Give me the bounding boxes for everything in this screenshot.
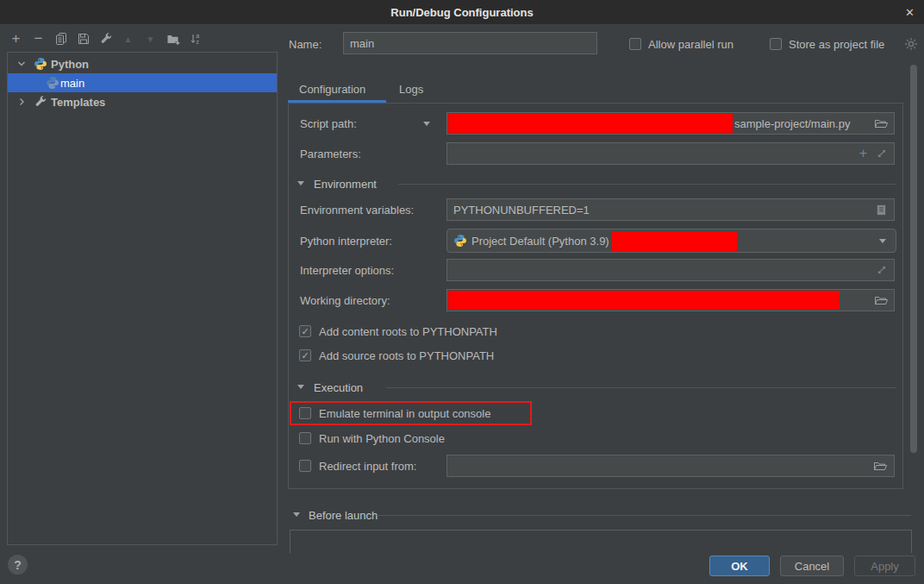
- script-path-type-dropdown-icon[interactable]: [423, 122, 430, 126]
- environment-section-collapse-icon[interactable]: [297, 181, 304, 185]
- add-content-roots-label[interactable]: Add content roots to PYTHONPATH: [319, 324, 497, 339]
- save-icon[interactable]: [76, 32, 91, 47]
- name-value: main: [350, 37, 374, 50]
- emulate-terminal-checkbox[interactable]: [299, 407, 311, 419]
- working-directory-input[interactable]: [446, 289, 895, 311]
- tree-item-python[interactable]: Python: [8, 54, 277, 73]
- allow-parallel-run-checkbox[interactable]: [629, 38, 641, 50]
- python-interpreter-value: Project Default (Python 3.9): [471, 235, 609, 248]
- script-path-input[interactable]: sample-project/main.py: [446, 112, 895, 135]
- copy-icon[interactable]: [53, 32, 68, 47]
- before-launch-label[interactable]: Before launch: [309, 508, 378, 523]
- configurations-toolbar: + − ▲ ▼ az: [9, 30, 203, 47]
- tree-item-templates[interactable]: Templates: [8, 92, 277, 111]
- dialog-title: Run/Debug Configurations: [390, 6, 533, 19]
- tab-logs[interactable]: Logs: [399, 83, 423, 100]
- wrench-icon: [34, 95, 47, 109]
- interpreter-options-input[interactable]: [446, 259, 895, 281]
- redaction-block: [448, 114, 733, 133]
- titlebar: Run/Debug Configurations: [0, 0, 924, 24]
- add-source-roots-checkbox[interactable]: ✓: [299, 349, 311, 361]
- vertical-scrollbar[interactable]: [910, 65, 917, 453]
- tab-configuration[interactable]: Configuration: [299, 83, 365, 100]
- execution-section-label[interactable]: Execution: [314, 380, 363, 395]
- remove-icon[interactable]: −: [31, 32, 46, 47]
- parameters-input[interactable]: +: [446, 142, 895, 165]
- before-launch-collapse-icon[interactable]: [293, 512, 300, 517]
- before-launch-task-list[interactable]: [290, 530, 912, 553]
- chevron-right-icon[interactable]: [15, 95, 28, 109]
- checkmark-icon: ✓: [301, 350, 309, 361]
- script-path-label: Script path:: [300, 116, 357, 131]
- browse-folder-icon[interactable]: [874, 116, 889, 130]
- cancel-button[interactable]: Cancel: [780, 556, 844, 576]
- environment-variables-input[interactable]: PYTHONUNBUFFERED=1: [446, 198, 895, 221]
- redirect-input-input[interactable]: [446, 455, 895, 477]
- gear-icon[interactable]: [904, 37, 918, 51]
- python-icon: [453, 234, 467, 248]
- tree-item-label: main: [60, 77, 84, 90]
- expand-field-icon[interactable]: [876, 264, 888, 276]
- python-icon: [46, 76, 59, 90]
- apply-button[interactable]: Apply: [854, 556, 915, 576]
- add-icon[interactable]: +: [9, 32, 23, 47]
- allow-parallel-run-label[interactable]: Allow parallel run: [648, 37, 734, 52]
- redirect-input-checkbox[interactable]: [299, 460, 311, 472]
- close-icon[interactable]: ✕: [905, 0, 915, 24]
- checkmark-icon: ✓: [301, 326, 309, 337]
- python-icon: [34, 57, 47, 71]
- run-with-python-console-checkbox[interactable]: [299, 432, 311, 444]
- add-source-roots-label[interactable]: Add source roots to PYTHONPATH: [319, 349, 494, 363]
- emulate-terminal-label[interactable]: Emulate terminal in output console: [319, 406, 490, 421]
- section-divider: [386, 387, 896, 388]
- execution-section-collapse-icon[interactable]: [297, 385, 304, 389]
- name-input[interactable]: main: [343, 32, 597, 54]
- help-button[interactable]: ?: [8, 555, 28, 575]
- section-divider: [398, 184, 896, 185]
- ok-button[interactable]: OK: [709, 556, 770, 576]
- chevron-down-icon[interactable]: [15, 57, 28, 71]
- redirect-input-label[interactable]: Redirect input from:: [319, 459, 416, 474]
- section-divider: [377, 515, 911, 516]
- configurations-tree: Python main Templates: [7, 52, 278, 545]
- script-path-value: sample-project/main.py: [734, 117, 850, 130]
- expand-field-icon[interactable]: [876, 148, 888, 160]
- svg-text:a: a: [196, 33, 199, 39]
- store-as-project-file-label[interactable]: Store as project file: [789, 37, 884, 52]
- tree-item-label: Python: [51, 58, 89, 71]
- new-folder-icon[interactable]: [165, 32, 180, 47]
- edit-templates-icon[interactable]: [98, 32, 113, 47]
- tree-item-main[interactable]: main: [8, 73, 277, 92]
- redaction-block: [612, 231, 737, 251]
- python-interpreter-label: Python interpreter:: [300, 234, 392, 248]
- edit-variables-icon[interactable]: [875, 204, 888, 217]
- add-macro-icon[interactable]: +: [859, 146, 867, 161]
- browse-folder-icon[interactable]: [874, 293, 889, 307]
- sort-icon[interactable]: az: [188, 32, 203, 47]
- dropdown-arrow-icon[interactable]: [879, 239, 886, 243]
- browse-folder-icon[interactable]: [873, 459, 888, 473]
- environment-variables-label: Environment variables:: [300, 203, 414, 217]
- interpreter-options-label: Interpreter options:: [300, 263, 394, 278]
- environment-section-label[interactable]: Environment: [314, 177, 377, 192]
- redaction-block: [448, 291, 840, 310]
- move-up-icon[interactable]: ▲: [121, 32, 135, 47]
- run-debug-configurations-dialog: Run/Debug Configurations ✕ + − ▲ ▼ az: [0, 0, 924, 584]
- run-with-python-console-label[interactable]: Run with Python Console: [319, 431, 445, 446]
- add-content-roots-checkbox[interactable]: ✓: [299, 325, 311, 337]
- svg-text:z: z: [196, 39, 198, 45]
- environment-variables-value: PYTHONUNBUFFERED=1: [453, 204, 590, 217]
- parameters-label: Parameters:: [300, 147, 361, 161]
- python-interpreter-select[interactable]: Project Default (Python 3.9): [446, 229, 896, 253]
- move-down-icon[interactable]: ▼: [143, 32, 158, 47]
- name-label: Name:: [289, 37, 322, 52]
- working-directory-label: Working directory:: [300, 293, 390, 308]
- store-as-project-file-checkbox[interactable]: [770, 38, 782, 50]
- tree-item-label: Templates: [51, 96, 105, 109]
